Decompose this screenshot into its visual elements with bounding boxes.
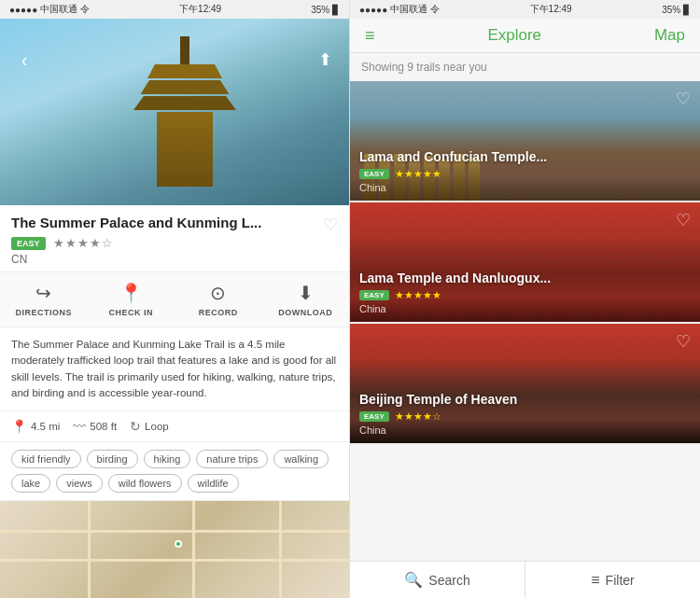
trail-card-3[interactable]: Beijing Temple of Heaven EASY ★★★★☆ Chin… [350, 324, 700, 445]
tag-hiking[interactable]: hiking [144, 450, 191, 468]
left-status-icons: 35% ▊ [311, 5, 340, 15]
card1-badge: EASY [359, 169, 389, 179]
card2-title: Lama Temple and Nanluogux... [359, 271, 691, 285]
card1-country: China [359, 182, 691, 193]
distance-icon: 📍 [11, 419, 27, 434]
record-button[interactable]: ⊙ RECORD [175, 272, 262, 327]
trail-stats: 📍 4.5 mi 〰 508 ft ↻ Loop [0, 411, 349, 442]
card3-badge: EASY [359, 411, 389, 422]
hamburger-menu-button[interactable]: ≡ [365, 27, 375, 44]
trail-cards-list: Lama and Confucian Temple... EASY ★★★★★ … [350, 81, 700, 561]
filter-icon: ≡ [591, 572, 599, 589]
card2-country: China [359, 303, 691, 314]
card3-difficulty-row: EASY ★★★★☆ [359, 410, 691, 423]
left-carrier-name: 中国联通 令 [40, 3, 90, 16]
trail-card-1[interactable]: Lama and Confucian Temple... EASY ★★★★★ … [350, 81, 700, 202]
card2-badge: EASY [359, 290, 389, 300]
type-icon: ↻ [130, 419, 141, 434]
right-time: 下午12:49 [530, 3, 572, 16]
pagoda-roof-3 [133, 96, 236, 110]
map-thumbnail[interactable] [0, 501, 349, 598]
search-tab[interactable]: 🔍 Search [350, 562, 525, 598]
map-road-horizontal-1 [0, 530, 349, 533]
right-panel: ●●●●● 中国联通 令 下午12:49 35% ▊ ≡ Explore Map… [350, 0, 700, 598]
back-arrow-icon: ‹ [21, 49, 28, 71]
right-carrier: ●●●●● 中国联通 令 [359, 3, 440, 16]
stat-distance: 📍 4.5 mi [11, 419, 60, 434]
card3-content: Beijing Temple of Heaven EASY ★★★★☆ Chin… [350, 384, 700, 443]
left-time: 下午12:49 [179, 3, 221, 16]
pagoda-decoration [133, 36, 236, 187]
stat-distance-value: 4.5 mi [31, 421, 60, 432]
card2-difficulty-row: EASY ★★★★★ [359, 289, 691, 301]
right-status-bar: ●●●●● 中国联通 令 下午12:49 35% ▊ [350, 0, 700, 19]
card2-heart-button[interactable]: ♡ [676, 210, 691, 230]
trail-description: The Summer Palace and Kunming Lake Trail… [0, 327, 349, 411]
pagoda-top [180, 36, 189, 64]
download-icon: ⬇ [298, 282, 314, 304]
left-carrier: ●●●●● 中国联通 令 [9, 3, 90, 16]
card1-content: Lama and Confucian Temple... EASY ★★★★★ … [350, 142, 700, 201]
pagoda-roof-2 [141, 80, 230, 94]
elevation-icon: 〰 [73, 419, 86, 434]
tag-views[interactable]: views [56, 474, 103, 493]
left-heart-button[interactable]: ♡ [323, 215, 338, 235]
card2-stars: ★★★★★ [395, 289, 441, 301]
tag-kid-friendly[interactable]: kid friendly [11, 450, 81, 468]
card1-difficulty-row: EASY ★★★★★ [359, 168, 691, 180]
difficulty-badge: EASY [11, 237, 46, 250]
tag-walking[interactable]: walking [273, 450, 329, 468]
heart-icon: ♡ [323, 216, 338, 234]
stat-elevation: 〰 508 ft [73, 419, 117, 434]
tags-section: kid friendly birding hiking nature trips… [0, 442, 349, 501]
tag-birding[interactable]: birding [87, 450, 138, 468]
map-road-vertical-2 [192, 501, 195, 598]
card3-stars: ★★★★☆ [395, 410, 441, 423]
trail-stars: ★★★★☆ [53, 236, 114, 250]
search-icon: 🔍 [404, 571, 423, 589]
nav-title-map[interactable]: Map [654, 26, 685, 45]
card3-country: China [359, 424, 691, 436]
left-signal-dots: ●●●●● [9, 5, 37, 15]
difficulty-row: EASY ★★★★☆ [11, 236, 338, 250]
card3-title: Beijing Temple of Heaven [359, 392, 691, 407]
card2-content: Lama Temple and Nanluogux... EASY ★★★★★ … [350, 263, 700, 322]
trail-title: The Summer Palace and Kunming L... [11, 215, 338, 230]
record-icon: ⊙ [210, 282, 226, 304]
filter-tab-label: Filter [606, 573, 635, 588]
record-label: RECORD [199, 308, 238, 317]
trail-info-header: The Summer Palace and Kunming L... ♡ EAS… [0, 205, 349, 271]
card3-heart-button[interactable]: ♡ [676, 331, 691, 352]
results-count: Showing 9 trails near you [350, 53, 700, 81]
left-status-bar: ●●●●● 中国联通 令 下午12:49 35% ▊ [0, 0, 349, 19]
directions-button[interactable]: ↪ DIRECTIONS [0, 272, 88, 327]
checkin-button[interactable]: 📍 CHECK IN [88, 272, 175, 327]
directions-label: DIRECTIONS [15, 308, 72, 317]
right-signal-dots: ●●●●● [359, 5, 387, 15]
card1-title: Lama and Confucian Temple... [359, 149, 691, 164]
share-icon: ⬆ [318, 49, 332, 70]
card1-heart-button[interactable]: ♡ [676, 89, 691, 109]
trail-card-2[interactable]: Lama Temple and Nanluogux... EASY ★★★★★ … [350, 202, 700, 324]
download-button[interactable]: ⬇ DOWNLOAD [262, 272, 350, 327]
right-carrier-name: 中国联通 令 [390, 3, 440, 16]
map-road-vertical-1 [88, 501, 91, 598]
tag-wildlife[interactable]: wildlife [188, 474, 239, 493]
tag-nature-trips[interactable]: nature trips [196, 450, 268, 468]
right-nav-bar: ≡ Explore Map [350, 19, 700, 53]
back-button[interactable]: ‹ [11, 47, 37, 73]
map-road-vertical-3 [279, 501, 282, 598]
right-battery: 35% ▊ [662, 5, 691, 15]
filter-tab[interactable]: ≡ Filter [525, 562, 700, 598]
right-status-icons: 35% ▊ [662, 5, 691, 15]
left-battery: 35% ▊ [311, 5, 340, 15]
tag-wild-flowers[interactable]: wild flowers [108, 474, 182, 493]
map-road-horizontal-2 [0, 559, 349, 562]
map-location-pin [175, 540, 182, 548]
card1-stars: ★★★★★ [395, 168, 441, 180]
directions-icon: ↪ [35, 282, 51, 304]
share-button[interactable]: ⬆ [312, 47, 338, 73]
tag-lake[interactable]: lake [11, 474, 50, 493]
checkin-label: CHECK IN [108, 308, 153, 317]
action-bar: ↪ DIRECTIONS 📍 CHECK IN ⊙ RECORD ⬇ DOWNL… [0, 271, 349, 327]
